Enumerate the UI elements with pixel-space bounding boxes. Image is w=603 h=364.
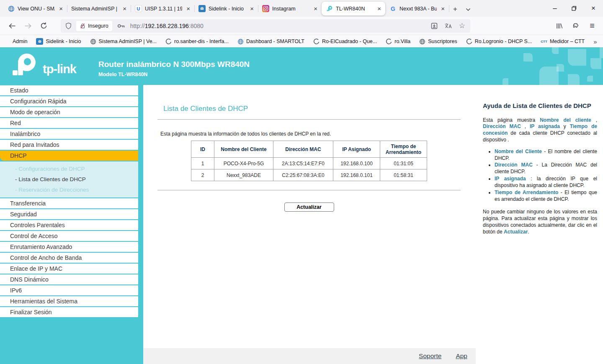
close-icon[interactable]: × — [249, 5, 255, 12]
tab-list-chevron-icon[interactable] — [461, 3, 475, 15]
tab-tl-wr840n-active[interactable]: TL-WR840N × — [322, 2, 385, 15]
tab-title: Nexxt 983A - Buscar con — [399, 6, 437, 12]
table-header-row: ID Nombre del Cliente Dirección MAC IP A… — [191, 141, 427, 158]
dhcp-submenu: - Configuraciones de DHCP - Lista de Cli… — [0, 161, 138, 197]
globe-icon — [8, 5, 15, 12]
bookmark-label: Suscriptores — [428, 38, 457, 44]
help-intro: Esta página muestra Nombre del cliente ,… — [483, 117, 597, 144]
help-keyword: IP asignada — [530, 123, 560, 129]
tplink-logo-mark — [10, 53, 39, 79]
bookmark-star-icon[interactable]: ☆ — [459, 21, 465, 30]
ctt-icon: CTT — [541, 40, 547, 44]
sidebar-item-enrutamiento-avanzado[interactable]: Enrutamiento Avanzado — [0, 242, 138, 252]
menu-hamburger-icon[interactable]: ≡ — [590, 21, 595, 31]
insecure-connection-chip[interactable]: Inseguro — [76, 21, 112, 31]
minimize-button[interactable]: – — [545, 0, 564, 17]
sidebar-item-inalambrico[interactable]: Inalámbrico — [0, 129, 138, 139]
page-footer: Soporte App — [143, 348, 476, 364]
url-text[interactable]: http://192.168.228.196:8080 — [130, 23, 431, 29]
translate-icon[interactable] — [444, 23, 452, 29]
reload-icon[interactable] — [40, 22, 47, 29]
sidebar-item-ipv6[interactable]: IPv6 — [0, 285, 138, 295]
sidebar-item-estado[interactable]: Estado — [0, 85, 138, 95]
bookmark-medidor-ctt[interactable]: CTT Medidor – CTT — [541, 38, 585, 44]
tab-nexxt-search[interactable]: G Nexxt 983A - Buscar con × — [385, 2, 449, 15]
shield-icon[interactable] — [65, 22, 72, 30]
save-page-icon[interactable] — [431, 23, 438, 29]
address-bar[interactable]: Inseguro http://192.168.228.196:8080 ☆ — [61, 19, 470, 33]
sidebar-item-herramientas-del-sistema[interactable]: Herramientas del Sistema — [0, 296, 138, 306]
app-link[interactable]: App — [456, 352, 467, 360]
refresh-button[interactable]: Actualizar — [284, 203, 334, 212]
bookmarks-bar: Admin Sidelink - Inicio Sistema AdminISP… — [0, 36, 603, 47]
sidebar-item-control-de-acceso[interactable]: Control de Acceso — [0, 231, 138, 241]
sidebar-item-dns-dinamico[interactable]: DNS Dinámico — [0, 274, 138, 285]
bookmark-label: Ro.Logronio - DHCP S... — [475, 38, 532, 44]
sidebar-item-dhcp-active[interactable]: DHCP — [0, 151, 138, 161]
bookmark-label: Dashboard - SMARTOLT — [246, 38, 304, 44]
close-icon[interactable]: × — [376, 5, 382, 12]
help-bullet-list: Nombre del Cliente - El nombre del clien… — [495, 149, 597, 203]
tplink-logo: tp-link — [10, 53, 76, 79]
tab-view-onu[interactable]: View ONU - SMARTOLT × — [3, 2, 67, 15]
sidebar-item-red-para-invitados[interactable]: Red para Invitados — [0, 140, 138, 150]
tab-instagram[interactable]: Instagram × — [258, 2, 322, 15]
sidebar-item-red[interactable]: Red — [0, 118, 138, 128]
bookmark-ro-elcuadrado[interactable]: Ro-ElCuadrado - Que... — [313, 38, 377, 45]
tab-adminisp[interactable]: Sistema AdminISP | Versión × — [67, 2, 131, 15]
sidebar-item-control-de-ancho-de-banda[interactable]: Control de Ancho de Banda — [0, 253, 138, 263]
window-controls: – × — [545, 0, 603, 17]
library-icon[interactable] — [556, 23, 563, 29]
sidebar-item-configuracion-rapida[interactable]: Configuración Rápida — [0, 96, 138, 106]
tab-uisp[interactable]: U UISP 1.3.11 | 192.168.2 × — [131, 2, 194, 15]
google-icon: G — [389, 5, 397, 12]
sidebar-item-enlace-de-ip-y-mac[interactable]: Enlace de IP y MAC — [0, 264, 138, 274]
bookmark-smartolt[interactable]: Dashboard - SMARTOLT — [237, 38, 304, 45]
help-text: y — [560, 123, 570, 129]
key-icon[interactable] — [117, 23, 125, 28]
bookmark-ro-logronio[interactable]: Ro.Logronio - DHCP S... — [466, 38, 532, 45]
cell-lease: 01:31:05 — [380, 158, 427, 169]
table-row: 2 Nexxt_983ADE C2:25:67:08:3A:E0 192.168… — [191, 169, 427, 181]
submenu-item-reservacion-de-direcciones[interactable]: - Reservación de Direcciones — [0, 185, 138, 195]
back-icon[interactable] — [8, 23, 16, 29]
bookmark-ro-sanber[interactable]: ro.sanber-dis - Interfa... — [165, 38, 229, 45]
help-text: , — [591, 117, 597, 123]
restore-button[interactable] — [564, 0, 584, 17]
cell-ip: 192.168.0.100 — [333, 158, 380, 169]
help-panel: Ayuda de Lista de Clientes de DHCP Esta … — [476, 85, 603, 364]
tab-title: Instagram — [272, 6, 309, 12]
close-icon[interactable]: × — [58, 5, 64, 12]
submenu-item-lista-de-clientes-de-dhcp[interactable]: - Lista de Clientes de DHCP — [0, 174, 138, 185]
bookmark-ro-villa[interactable]: ro.Villa — [386, 38, 410, 45]
help-keyword-actualizar: Actualizar — [504, 229, 528, 235]
soporte-link[interactable]: Soporte — [419, 352, 441, 360]
sidebar-item-finalizar-sesion[interactable]: Finalizar Sesión — [0, 307, 138, 317]
close-icon[interactable]: × — [440, 5, 446, 12]
close-icon[interactable]: × — [312, 5, 319, 12]
bookmark-sidelink[interactable]: Sidelink - Inicio — [36, 38, 81, 45]
submenu-item-configuraciones-de-dhcp[interactable]: - Configuraciones de DHCP — [0, 164, 138, 174]
bookmark-label: ro.sanber-dis - Interfa... — [174, 38, 229, 44]
new-tab-button[interactable]: + — [449, 3, 461, 15]
extensions-puzzle-icon[interactable] — [573, 23, 580, 29]
forward-icon[interactable] — [24, 23, 32, 29]
close-icon[interactable]: × — [185, 5, 191, 12]
sidebar-item-seguridad[interactable]: Seguridad — [0, 209, 138, 219]
uisp-claw-icon — [313, 38, 320, 45]
bookmark-adminisp[interactable]: Sistema AdminISP | Ve... — [90, 38, 157, 45]
sidebar-item-modo-de-operacion[interactable]: Modo de operación — [0, 107, 138, 117]
bookmarks-overflow-chevron[interactable]: » — [593, 38, 597, 45]
bookmark-label: Sistema AdminISP | Ve... — [99, 38, 157, 44]
sidebar-item-transferencia[interactable]: Transferencia — [0, 198, 138, 208]
bookmark-suscriptores[interactable]: Suscriptores — [419, 38, 457, 45]
sidebar-item-controles-parentales[interactable]: Controles Parentales — [0, 220, 138, 230]
close-icon[interactable]: × — [121, 5, 128, 12]
insecure-label: Inseguro — [88, 23, 108, 29]
close-window-button[interactable]: × — [584, 0, 603, 17]
divider — [157, 119, 461, 120]
bookmark-admin[interactable]: Admin — [13, 38, 27, 44]
divider — [157, 190, 461, 190]
tab-sidelink[interactable]: Sidelink - Inicio × — [194, 2, 258, 15]
page-title: Lista de Clientes de DHCP — [163, 105, 461, 113]
